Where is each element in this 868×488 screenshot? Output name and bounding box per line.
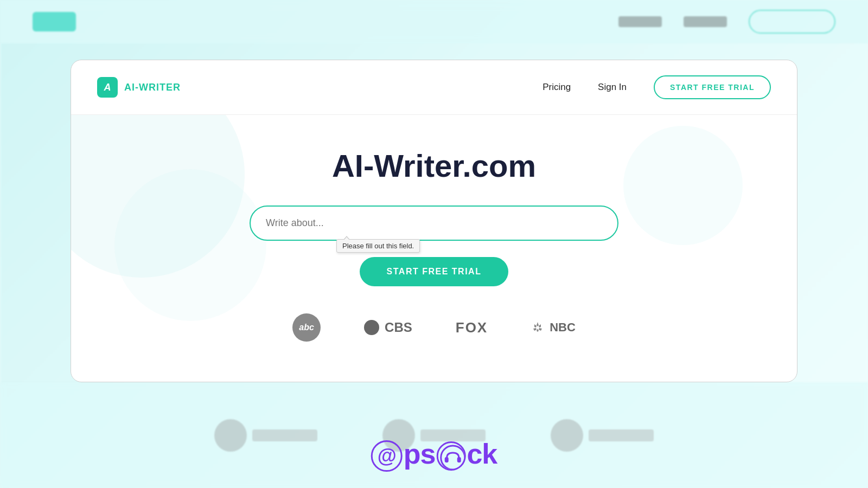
pricing-link[interactable]: Pricing — [542, 82, 571, 93]
nbc-logo: NBC — [531, 320, 576, 335]
apsock-watermark: @psck — [371, 438, 497, 472]
card-nav: A AI-WRITER Pricing Sign In START FREE T… — [71, 60, 797, 115]
bottom-logo-1 — [214, 419, 317, 452]
logo-text: AI-WRITER — [124, 82, 181, 93]
signin-link[interactable]: Sign In — [598, 82, 627, 93]
hero-start-trial-button[interactable]: START FREE TRIAL — [360, 257, 509, 286]
abc-icon: abc — [292, 313, 321, 342]
bottom-circle-3 — [551, 419, 583, 452]
bottom-circle-1 — [214, 419, 247, 452]
bottom-text-1 — [252, 429, 317, 441]
logos-row: abc CBS FOX NBC — [292, 313, 576, 342]
cbs-text: CBS — [385, 320, 412, 335]
bottom-logo-3 — [551, 419, 654, 452]
card-logo[interactable]: A AI-WRITER — [97, 77, 181, 98]
bottom-section — [0, 382, 868, 488]
deco-circle-3 — [623, 126, 743, 245]
write-about-input[interactable] — [250, 206, 618, 241]
apsock-at-icon: @ — [371, 440, 403, 472]
card-nav-links: Pricing Sign In START FREE TRIAL — [542, 75, 771, 99]
nbc-text: NBC — [550, 320, 576, 335]
logo-icon: A — [97, 77, 118, 98]
abc-logo: abc — [292, 313, 321, 342]
fox-logo: FOX — [456, 319, 488, 336]
hero-search-wrap: Please fill out this field. — [250, 206, 618, 241]
top-nav-pricing-blur — [618, 16, 662, 27]
svg-point-0 — [441, 446, 464, 470]
top-nav-links-blur — [618, 10, 835, 34]
deco-circle-2 — [114, 169, 266, 321]
nav-start-trial-button[interactable]: START FREE TRIAL — [654, 75, 771, 99]
cbs-logo: CBS — [364, 320, 412, 335]
hero-title: AI-Writer.com — [332, 147, 536, 184]
apsock-text-ck: ck — [467, 438, 497, 470]
svg-rect-1 — [444, 457, 448, 463]
main-card: A AI-WRITER Pricing Sign In START FREE T… — [71, 60, 797, 382]
fox-text: FOX — [456, 319, 488, 336]
top-nav-signin-blur — [684, 16, 727, 27]
top-nav-logo-blur — [33, 12, 76, 31]
nbc-peacock-icon — [531, 321, 544, 334]
apsock-headphone — [436, 441, 465, 471]
bottom-text-3 — [589, 429, 654, 441]
svg-rect-2 — [457, 457, 461, 463]
apsock-text-p: ps — [404, 438, 436, 470]
field-tooltip: Please fill out this field. — [336, 239, 420, 253]
card-hero: AI-Writer.com Please fill out this field… — [71, 115, 797, 363]
top-nav-cta-blur — [749, 10, 835, 34]
top-nav-background — [0, 0, 868, 43]
cbs-eye-icon — [364, 320, 379, 335]
